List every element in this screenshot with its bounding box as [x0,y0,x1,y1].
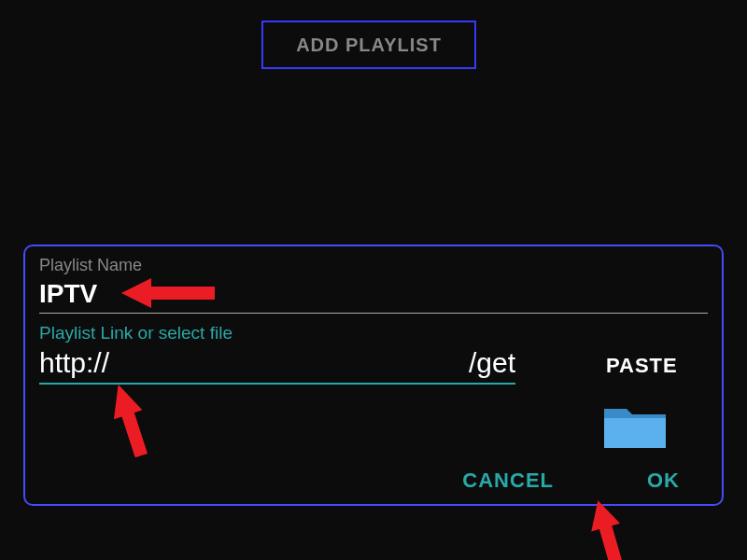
dialog-actions: CANCEL OK [462,469,680,493]
playlist-name-label: Playlist Name [39,256,708,275]
arrow-annotation-3 [585,499,629,560]
add-playlist-button[interactable]: ADD PLAYLIST [261,21,476,69]
paste-button[interactable]: PASTE [606,354,678,378]
playlist-name-input[interactable]: IPTV [39,279,708,314]
playlist-name-value: IPTV [39,279,97,308]
cancel-button[interactable]: CANCEL [462,469,554,493]
playlist-link-label: Playlist Link or select file [39,323,708,343]
link-row: http:// /get PASTE [39,347,708,385]
add-playlist-dialog: Playlist Name IPTV Playlist Link or sele… [23,245,724,506]
add-playlist-label: ADD PLAYLIST [296,35,442,56]
ok-button[interactable]: OK [647,469,680,493]
playlist-link-left: http:// [39,347,109,379]
playlist-link-right: /get [469,347,515,379]
playlist-link-input[interactable]: http:// /get [39,347,515,385]
folder-icon[interactable] [602,405,668,450]
